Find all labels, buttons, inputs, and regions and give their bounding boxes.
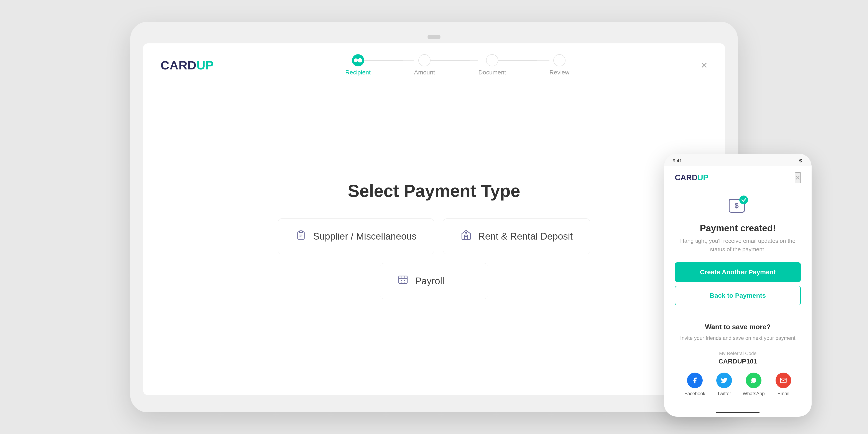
referral-code-label: My Referral Code <box>675 351 801 356</box>
share-email[interactable]: Email <box>776 373 791 397</box>
svg-rect-2 <box>399 276 407 283</box>
step-circle-document <box>486 54 498 66</box>
laptop-screen: CARDUP Recipient Amount <box>143 43 725 395</box>
step-review: Review <box>550 54 569 76</box>
facebook-label: Facebook <box>684 391 706 397</box>
whatsapp-label: WhatsApp <box>743 391 765 397</box>
desktop-main: Select Payment Type Supplier / Miscellan… <box>143 85 725 395</box>
step-circle-recipient <box>352 54 364 66</box>
payment-created-title: Payment created! <box>675 223 801 234</box>
payroll-label: Payroll <box>415 276 444 286</box>
svg-rect-0 <box>300 231 302 232</box>
mobile-overlay: 9:41 ⚙ CARDUP × $ <box>664 154 812 416</box>
email-label: Email <box>777 391 789 397</box>
mobile-close-button[interactable]: × <box>795 172 801 183</box>
facebook-icon <box>687 373 703 388</box>
success-icon: $ <box>726 194 750 218</box>
supplier-label: Supplier / Miscellaneous <box>313 231 416 242</box>
share-whatsapp[interactable]: WhatsApp <box>743 373 765 397</box>
save-more-section: Want to save more? Invite your friends a… <box>675 314 801 397</box>
stepper: Recipient Amount Document <box>345 54 569 76</box>
mobile-status-bar: 9:41 ⚙ <box>664 154 812 166</box>
step-label-review: Review <box>550 69 569 76</box>
mobile-home-indicator <box>716 412 760 413</box>
payment-type-supplier[interactable]: Supplier / Miscellaneous <box>278 218 434 254</box>
step-recipient: Recipient <box>345 54 371 76</box>
desktop-logo: CARDUP <box>161 58 214 72</box>
email-icon <box>776 373 791 388</box>
step-circle-review <box>553 54 565 66</box>
step-label-document: Document <box>478 69 506 76</box>
svg-point-5 <box>739 195 748 204</box>
desktop-close-button[interactable]: × <box>701 59 707 71</box>
back-to-payments-button[interactable]: Back to Payments <box>675 286 801 305</box>
payroll-icon <box>397 274 409 288</box>
mobile-header: CARDUP × <box>675 166 801 187</box>
step-document: Document <box>478 54 506 76</box>
supplier-icon <box>295 229 307 243</box>
whatsapp-icon <box>746 373 762 388</box>
mobile-content: CARDUP × $ Payment crea <box>664 166 812 407</box>
svg-text:$: $ <box>735 202 739 209</box>
svg-point-1 <box>465 232 467 233</box>
rent-icon <box>461 229 472 243</box>
laptop-notch <box>428 35 440 39</box>
step-circle-amount <box>418 54 431 66</box>
payment-type-rent[interactable]: Rent & Rental Deposit <box>443 218 590 254</box>
laptop-frame: CARDUP Recipient Amount <box>130 22 738 412</box>
save-more-subtitle: Invite your friends and save on next you… <box>675 334 801 342</box>
page-title: Select Payment Type <box>348 181 520 201</box>
mobile-settings-icon: ⚙ <box>799 158 803 164</box>
rent-label: Rent & Rental Deposit <box>478 231 573 242</box>
save-more-title: Want to save more? <box>675 323 801 331</box>
mobile-time: 9:41 <box>673 158 682 164</box>
referral-code: CARDUP101 <box>675 358 801 365</box>
step-amount: Amount <box>414 54 435 76</box>
twitter-icon <box>716 373 732 388</box>
payment-types-grid: Supplier / Miscellaneous Rent & Rental D… <box>239 218 629 299</box>
payment-created-subtitle: Hang tight, you'll receive email updates… <box>675 237 801 254</box>
create-another-button[interactable]: Create Another Payment <box>675 262 801 282</box>
share-facebook[interactable]: Facebook <box>684 373 706 397</box>
desktop-header: CARDUP Recipient Amount <box>143 43 725 85</box>
mobile-logo: CARDUP <box>675 173 708 182</box>
success-icon-wrap: $ <box>675 194 801 218</box>
twitter-label: Twitter <box>717 391 731 397</box>
share-icons: Facebook Twitter <box>675 373 801 397</box>
share-twitter[interactable]: Twitter <box>716 373 732 397</box>
payment-type-payroll[interactable]: Payroll <box>380 263 488 299</box>
step-label-amount: Amount <box>414 69 435 76</box>
step-label-recipient: Recipient <box>345 69 371 76</box>
